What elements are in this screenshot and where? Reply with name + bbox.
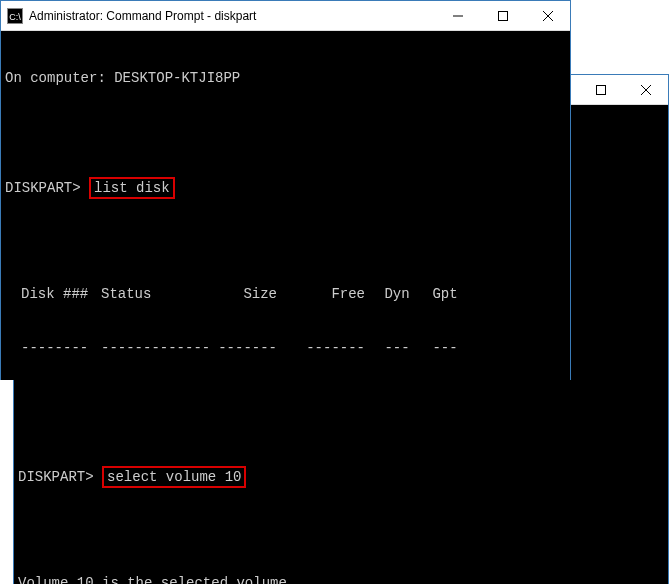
- svg-rect-5: [498, 11, 507, 20]
- disk-divider: ----------------------------------------…: [5, 339, 566, 357]
- disk-header: Disk ###StatusSizeFreeDynGpt: [5, 285, 566, 303]
- computer-line: On computer: DESKTOP-KTJI8PP: [5, 69, 566, 87]
- cmd-icon: C:\: [7, 8, 23, 24]
- maximize-icon: [596, 85, 606, 95]
- cmd-select-volume: select volume 10: [102, 466, 246, 488]
- minimize-icon: [453, 11, 463, 21]
- window-title-front: Administrator: Command Prompt - diskpart: [29, 9, 435, 23]
- window-controls-front: [435, 1, 570, 30]
- maximize-button[interactable]: [480, 1, 525, 30]
- prompt: DISKPART>: [18, 469, 94, 485]
- maximize-icon: [498, 11, 508, 21]
- terminal-body-front[interactable]: On computer: DESKTOP-KTJI8PP DISKPART> l…: [1, 31, 570, 380]
- svg-rect-1: [596, 85, 605, 94]
- maximize-button[interactable]: [578, 75, 623, 104]
- selected-volume-msg: Volume 10 is the selected volume.: [18, 574, 664, 584]
- close-icon: [641, 85, 651, 95]
- close-button[interactable]: [525, 1, 570, 30]
- cmd-list-disk: list disk: [89, 177, 175, 199]
- minimize-button[interactable]: [435, 1, 480, 30]
- close-button[interactable]: [623, 75, 668, 104]
- close-icon: [543, 11, 553, 21]
- prompt: DISKPART>: [5, 180, 81, 196]
- cmd-window-front: C:\ Administrator: Command Prompt - disk…: [0, 0, 571, 380]
- titlebar-front[interactable]: C:\ Administrator: Command Prompt - disk…: [1, 1, 570, 31]
